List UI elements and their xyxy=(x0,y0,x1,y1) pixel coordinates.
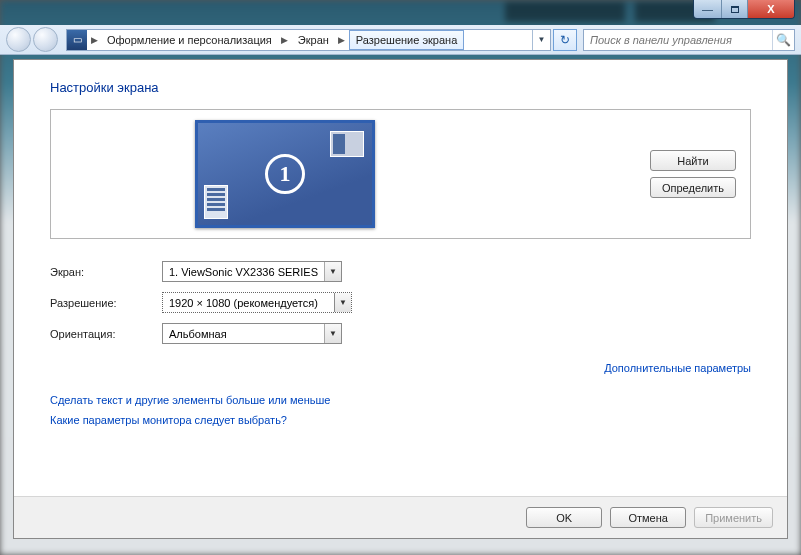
minimize-button[interactable]: — xyxy=(694,0,722,18)
resolution-value: 1920 × 1080 (рекомендуется) xyxy=(163,297,334,309)
nav-forward-button[interactable] xyxy=(33,27,58,52)
breadcrumb-display[interactable]: Экран xyxy=(292,30,335,50)
scale-text-link[interactable]: Сделать текст и другие элементы больше и… xyxy=(50,394,751,406)
dialog-content: Настройки экрана 1 Найти Определить Экра… xyxy=(14,60,787,496)
detect-button[interactable]: Определить xyxy=(650,177,736,198)
screen-label: Экран: xyxy=(50,266,162,278)
dialog: Настройки экрана 1 Найти Определить Экра… xyxy=(13,59,788,539)
search-input[interactable] xyxy=(584,34,772,46)
resolution-combo[interactable]: 1920 × 1080 (рекомендуется) ▼ xyxy=(162,292,352,313)
control-panel-icon[interactable]: ▭ xyxy=(67,30,87,50)
chevron-down-icon: ▼ xyxy=(334,293,351,312)
preview-window-icon xyxy=(330,131,364,157)
advanced-settings-link[interactable]: Дополнительные параметры xyxy=(604,362,751,374)
chevron-right-icon[interactable]: ▶ xyxy=(87,30,101,50)
screen-value: 1. ViewSonic VX2336 SERIES xyxy=(163,266,324,278)
maximize-button[interactable] xyxy=(722,0,748,18)
close-button[interactable]: X xyxy=(748,0,794,18)
orientation-value: Альбомная xyxy=(163,328,324,340)
page-title: Настройки экрана xyxy=(50,80,751,95)
address-bar: ▭ ▶ Оформление и персонализация ▶ Экран … xyxy=(0,25,801,55)
search-icon[interactable]: 🔍 xyxy=(772,30,794,50)
cancel-button[interactable]: Отмена xyxy=(610,507,686,528)
breadcrumb-appearance[interactable]: Оформление и персонализация xyxy=(101,30,278,50)
breadcrumb-history-dropdown[interactable]: ▼ xyxy=(532,30,550,50)
refresh-button[interactable]: ↻ xyxy=(553,29,577,51)
window-caption-buttons: — X xyxy=(693,0,795,19)
apply-button[interactable]: Применить xyxy=(694,507,773,528)
breadcrumb-resolution[interactable]: Разрешение экрана xyxy=(349,30,464,50)
chevron-down-icon: ▼ xyxy=(324,262,341,281)
nav-back-button[interactable] xyxy=(6,27,31,52)
find-button[interactable]: Найти xyxy=(650,150,736,171)
ok-button[interactable]: OK xyxy=(526,507,602,528)
search-box[interactable]: 🔍 xyxy=(583,29,795,51)
monitor-preview-frame: 1 Найти Определить xyxy=(50,109,751,239)
screen-combo[interactable]: 1. ViewSonic VX2336 SERIES ▼ xyxy=(162,261,342,282)
breadcrumb: ▭ ▶ Оформление и персонализация ▶ Экран … xyxy=(66,29,551,51)
which-settings-link[interactable]: Какие параметры монитора следует выбрать… xyxy=(50,414,751,426)
dialog-footer: OK Отмена Применить xyxy=(14,496,787,538)
monitor-preview[interactable]: 1 xyxy=(195,120,375,228)
chevron-right-icon[interactable]: ▶ xyxy=(278,30,292,50)
monitor-number: 1 xyxy=(265,154,305,194)
chevron-right-icon[interactable]: ▶ xyxy=(335,30,349,50)
preview-list-icon xyxy=(204,185,228,219)
orientation-label: Ориентация: xyxy=(50,328,162,340)
chevron-down-icon: ▼ xyxy=(324,324,341,343)
resolution-label: Разрешение: xyxy=(50,297,162,309)
orientation-combo[interactable]: Альбомная ▼ xyxy=(162,323,342,344)
